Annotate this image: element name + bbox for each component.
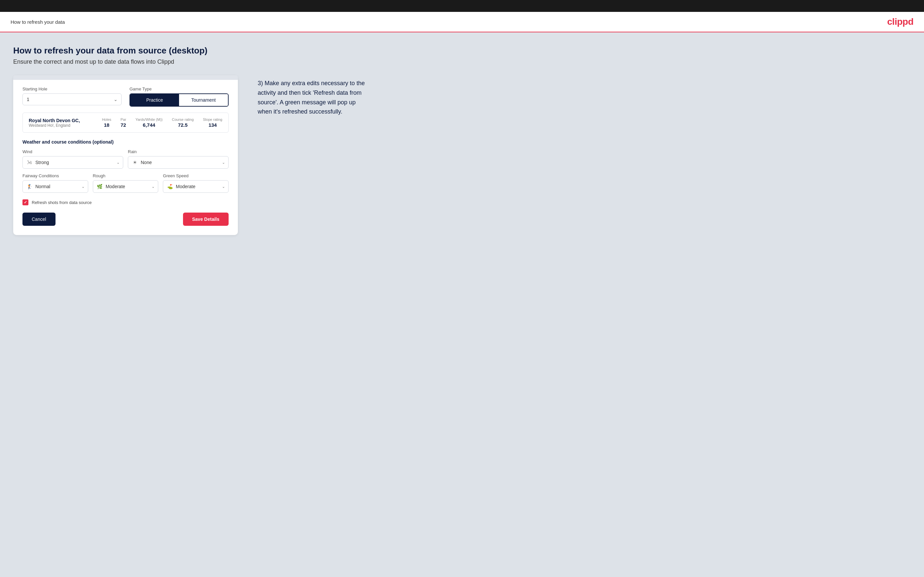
green-speed-label: Green Speed	[163, 173, 229, 178]
par-label: Par	[121, 118, 126, 121]
green-speed-group: Green Speed ⛳ Moderate ⌄	[163, 173, 229, 193]
fairway-group: Fairway Conditions 🏌 Normal ⌄	[23, 173, 88, 193]
slope-rating-value: 134	[203, 122, 222, 128]
fairway-label: Fairway Conditions	[23, 173, 88, 178]
wind-group: Wind 🌬 Strong ⌄	[23, 149, 123, 169]
rough-value: Moderate	[106, 184, 152, 189]
main-content: How to refresh your data from source (de…	[0, 32, 924, 577]
form-row-top: Starting Hole 1 10 Game Type Practice To…	[23, 87, 229, 106]
course-name: Royal North Devon GC,	[29, 118, 102, 123]
cancel-button[interactable]: Cancel	[23, 213, 55, 226]
fairway-value: Normal	[36, 184, 82, 189]
content-area: Starting Hole 1 10 Game Type Practice To…	[13, 75, 911, 235]
rough-group: Rough 🌿 Moderate ⌄	[93, 173, 158, 193]
stat-slope-rating: Slope rating 134	[203, 118, 222, 128]
course-stats: Holes 18 Par 72 Yards/White (M)) 6,744 C…	[102, 118, 222, 128]
yards-label: Yards/White (M))	[136, 118, 163, 121]
save-button[interactable]: Save Details	[183, 213, 229, 226]
side-note: 3) Make any extra edits necessary to the…	[258, 75, 370, 116]
game-type-group: Game Type Practice Tournament	[129, 87, 229, 106]
breadcrumb: How to refresh your data	[11, 19, 65, 25]
refresh-checkbox[interactable]	[23, 199, 28, 205]
page-subtitle: Ensure the correct and most up to date d…	[13, 58, 911, 65]
starting-hole-select-wrapper[interactable]: 1 10	[23, 93, 121, 105]
green-speed-chevron-icon: ⌄	[222, 185, 225, 189]
tournament-button[interactable]: Tournament	[179, 94, 228, 106]
rain-icon: ☀	[131, 159, 138, 166]
rain-chevron-icon: ⌄	[222, 160, 225, 165]
wind-icon: 🌬	[26, 159, 33, 166]
rain-dropdown[interactable]: ☀ None ⌄	[128, 156, 229, 169]
starting-hole-select[interactable]: 1 10	[23, 93, 121, 105]
practice-button[interactable]: Practice	[130, 94, 179, 106]
rain-value: None	[141, 160, 222, 165]
top-bar	[0, 0, 924, 12]
rough-label: Rough	[93, 173, 158, 178]
rain-label: Rain	[128, 149, 229, 154]
course-info: Royal North Devon GC, Westward Ho!, Engl…	[29, 118, 102, 128]
button-row: Cancel Save Details	[23, 213, 229, 226]
starting-hole-label: Starting Hole	[23, 87, 121, 92]
fairway-chevron-icon: ⌄	[82, 185, 84, 189]
holes-label: Holes	[102, 118, 111, 121]
rain-group: Rain ☀ None ⌄	[128, 149, 229, 169]
side-note-text: 3) Make any extra edits necessary to the…	[258, 79, 370, 116]
holes-value: 18	[102, 122, 111, 128]
stat-holes: Holes 18	[102, 118, 111, 128]
rough-chevron-icon: ⌄	[152, 185, 155, 189]
game-type-toggle: Practice Tournament	[129, 93, 229, 106]
course-rating-label: Course rating	[172, 118, 194, 121]
wind-label: Wind	[23, 149, 123, 154]
stat-course-rating: Course rating 72.5	[172, 118, 194, 128]
course-location: Westward Ho!, England	[29, 123, 102, 128]
refresh-checkbox-label: Refresh shots from data source	[32, 200, 92, 205]
rough-icon: 🌿	[97, 183, 103, 190]
yards-value: 6,744	[136, 122, 163, 128]
wind-value: Strong	[36, 160, 116, 165]
par-value: 72	[121, 122, 126, 128]
form-card: Starting Hole 1 10 Game Type Practice To…	[13, 75, 238, 235]
fairway-icon: 🏌	[26, 183, 33, 190]
stat-par: Par 72	[121, 118, 126, 128]
green-speed-icon: ⛳	[166, 183, 173, 190]
wind-chevron-icon: ⌄	[116, 160, 120, 165]
page-title: How to refresh your data from source (de…	[13, 45, 911, 56]
conditions-row-2: Fairway Conditions 🏌 Normal ⌄ Rough 🌿 Mo…	[23, 173, 229, 193]
page-header: How to refresh your data clippd	[0, 12, 924, 32]
green-speed-dropdown[interactable]: ⛳ Moderate ⌄	[163, 180, 229, 193]
rough-dropdown[interactable]: 🌿 Moderate ⌄	[93, 180, 158, 193]
slope-rating-label: Slope rating	[203, 118, 222, 121]
course-rating-value: 72.5	[172, 122, 194, 128]
fairway-dropdown[interactable]: 🏌 Normal ⌄	[23, 180, 88, 193]
course-row: Royal North Devon GC, Westward Ho!, Engl…	[23, 113, 229, 133]
logo: clippd	[887, 16, 913, 27]
card-top-strip	[13, 75, 238, 80]
refresh-checkbox-row: Refresh shots from data source	[23, 199, 229, 205]
game-type-label: Game Type	[129, 87, 229, 92]
green-speed-value: Moderate	[176, 184, 222, 189]
conditions-section-title: Weather and course conditions (optional)	[23, 139, 229, 145]
stat-yards: Yards/White (M)) 6,744	[136, 118, 163, 128]
conditions-row-1: Wind 🌬 Strong ⌄ Rain ☀ None ⌄	[23, 149, 229, 169]
starting-hole-group: Starting Hole 1 10	[23, 87, 121, 106]
wind-dropdown[interactable]: 🌬 Strong ⌄	[23, 156, 123, 169]
